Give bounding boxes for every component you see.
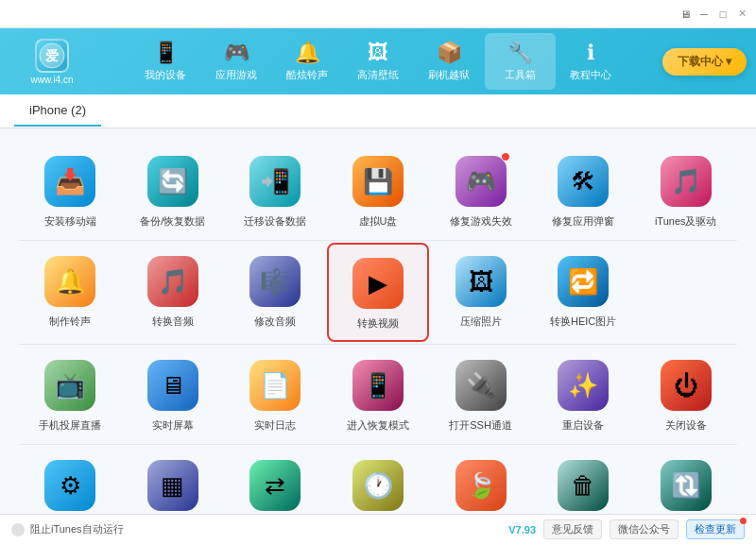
tool-migrate[interactable]: 📲迁移设备数据	[224, 143, 327, 238]
tool-realtime-screen[interactable]: 🖥实时屏幕	[122, 347, 225, 442]
tool-organize-desktop[interactable]: ▦整理设备桌面	[122, 447, 225, 514]
wechat-btn[interactable]: 微信公众号	[610, 519, 679, 539]
tool-convert-heic[interactable]: 🔁转换HEIC图片	[532, 243, 635, 342]
nav-label-my-device: 我的设备	[145, 68, 186, 82]
tool-update-ios[interactable]: ⚙屏蔽iOS更新	[19, 447, 122, 514]
divider-3	[19, 444, 737, 445]
tools-row-3: ⚙屏蔽iOS更新▦整理设备桌面⇄设备功能开关🕐删除顽固图标🍃扫除所有数据🗑清理设…	[19, 447, 737, 514]
tool-label-convert-heic: 转换HEIC图片	[550, 314, 616, 329]
nav-item-wallpaper[interactable]: 🖼高清壁纸	[343, 33, 414, 90]
tool-icon-recovery-mode: 📱	[352, 360, 404, 411]
nav-item-ringtone[interactable]: 🔔酷炫铃声	[272, 33, 343, 90]
window-controls: 🖥 ─ □ ✕	[679, 8, 748, 21]
tool-convert-video[interactable]: ▶转换视频	[327, 243, 430, 342]
nav-label-ringtone: 酷炫铃声	[286, 68, 328, 82]
tool-label-modify-audio: 修改音频	[254, 314, 296, 329]
tool-fix-apps[interactable]: 🛠修复应用弹窗	[532, 143, 635, 238]
tool-icon-compress-photo: 🖼	[455, 256, 507, 307]
tool-make-ringtone[interactable]: 🔔制作铃声	[19, 243, 122, 342]
tool-icon-remove-all-data: 🍃	[455, 460, 507, 511]
logo-url: www.i4.cn	[30, 75, 73, 85]
tool-icon-convert-heic: 🔁	[558, 256, 609, 307]
tool-icon-migrate: 📲	[249, 156, 301, 207]
tool-realtime-log[interactable]: 📄实时日志	[224, 347, 327, 442]
tool-icon-modify-audio: 🎼	[249, 256, 301, 307]
tool-label-realtime-screen: 实时屏幕	[152, 418, 194, 433]
tool-label-install-app: 安装移动端	[44, 214, 96, 229]
tool-icon-install-app: 📥	[44, 156, 95, 207]
tool-label-reboot: 重启设备	[562, 418, 604, 433]
main-content: 📥安装移动端🔄备份/恢复数据📲迁移设备数据💾虚拟U盘🎮修复游戏失效🛠修复应用弹窗…	[0, 128, 756, 514]
tool-remove-all-data[interactable]: 🍃扫除所有数据	[429, 447, 532, 514]
nav-icon-ringtone: 🔔	[295, 41, 320, 65]
tool-icon-fix-games: 🎮	[455, 156, 507, 207]
tool-icon-function-switch: ⇄	[249, 460, 301, 511]
nav-icon-tutorial: ℹ	[587, 41, 594, 65]
tool-icon-make-ringtone: 🔔	[44, 256, 95, 307]
nav-label-tools: 工具箱	[505, 68, 536, 82]
nav-icon-apps-games: 🎮	[224, 41, 249, 65]
tool-convert-audio[interactable]: 🎵转换音频	[122, 243, 225, 342]
tool-icon-realtime-log: 📄	[249, 360, 301, 411]
tools-row-1: 🔔制作铃声🎵转换音频🎼修改音频▶转换视频🖼压缩照片🔁转换HEIC图片	[19, 243, 737, 342]
tool-label-migrate: 迁移设备数据	[244, 214, 306, 229]
tool-delete-icons[interactable]: 🕐删除顽固图标	[327, 447, 430, 514]
nav-item-apps-games[interactable]: 🎮应用游戏	[201, 33, 272, 90]
tool-vdisk[interactable]: 💾虚拟U盘	[327, 143, 430, 238]
title-bar: 🖥 ─ □ ✕	[0, 0, 756, 28]
nav-label-wallpaper: 高清壁纸	[357, 68, 399, 82]
tool-function-switch[interactable]: ⇄设备功能开关	[224, 447, 327, 514]
itunes-label: 阻止iTunes自动运行	[30, 522, 124, 536]
monitor-icon[interactable]: 🖥	[679, 8, 692, 21]
tool-recovery-mode[interactable]: 📱进入恢复模式	[327, 347, 430, 442]
nav-label-tutorial: 教程中心	[570, 68, 611, 82]
nav-item-tutorial[interactable]: ℹ教程中心	[556, 33, 627, 90]
tool-icon-update-ios: ⚙	[44, 460, 95, 511]
tool-icon-reboot: ✨	[558, 360, 609, 411]
feedback-btn[interactable]: 意见反馈	[543, 519, 602, 539]
nav-item-my-device[interactable]: 📱我的设备	[130, 33, 201, 90]
nav-icon-jailbreak: 📦	[437, 41, 462, 65]
tool-screen-mirror[interactable]: 📺手机投屏直播	[19, 347, 122, 442]
tool-backup[interactable]: 🔄备份/恢复数据	[122, 143, 225, 238]
nav-label-jailbreak: 刷机越狱	[428, 68, 470, 82]
tool-label-backup: 备份/恢复数据	[140, 214, 205, 229]
tool-label-vdisk: 虚拟U盘	[359, 214, 398, 229]
status-indicator	[11, 523, 25, 536]
nav-item-jailbreak[interactable]: 📦刷机越狱	[414, 33, 485, 90]
tool-label-screen-mirror: 手机投屏直播	[39, 418, 101, 433]
tools-row-2: 📺手机投屏直播🖥实时屏幕📄实时日志📱进入恢复模式🔌打开SSH通道✨重启设备⏻关闭…	[19, 347, 737, 442]
tool-compress-photo[interactable]: 🖼压缩照片	[429, 243, 532, 342]
nav-icon-tools: 🔧	[507, 41, 533, 65]
tool-clean-device[interactable]: 🗑清理设备垃圾	[532, 447, 635, 514]
tool-ssh[interactable]: 🔌打开SSH通道	[429, 347, 532, 442]
tool-fix-games[interactable]: 🎮修复游戏失效	[429, 143, 532, 238]
tab-iphone[interactable]: iPhone (2)	[14, 95, 101, 127]
tool-reactivate[interactable]: 🔃反激活设备	[634, 447, 737, 514]
update-btn[interactable]: 检查更新	[686, 519, 745, 539]
nav-item-tools[interactable]: 🔧工具箱	[485, 33, 556, 90]
tool-label-realtime-log: 实时日志	[254, 418, 296, 433]
tool-modify-audio[interactable]: 🎼修改音频	[224, 243, 327, 342]
header: 爱 www.i4.cn 📱我的设备🎮应用游戏🔔酷炫铃声🖼高清壁纸📦刷机越狱🔧工具…	[0, 28, 756, 94]
tool-label-compress-photo: 压缩照片	[460, 314, 502, 329]
tool-label-fix-games: 修复游戏失效	[450, 214, 512, 229]
minimize-icon[interactable]: ─	[697, 8, 711, 21]
tool-icon-clean-device: 🗑	[558, 460, 609, 511]
maximize-icon[interactable]: □	[716, 8, 730, 21]
close-icon[interactable]: ✕	[735, 8, 748, 21]
status-right: V7.93 意见反馈 微信公众号 检查更新	[508, 519, 745, 539]
badge-fix-games	[501, 152, 510, 162]
logo-icon: 爱	[35, 39, 69, 73]
tool-reboot[interactable]: ✨重启设备	[532, 347, 635, 442]
tool-install-app[interactable]: 📥安装移动端	[19, 143, 122, 238]
tool-itunes-driver[interactable]: 🎵iTunes及驱动	[634, 143, 737, 238]
tool-icon-fix-apps: 🛠	[558, 156, 609, 207]
tool-shutdown[interactable]: ⏻关闭设备	[634, 347, 737, 442]
tool-icon-screen-mirror: 📺	[44, 360, 95, 411]
tool-label-make-ringtone: 制作铃声	[49, 314, 91, 329]
download-btn[interactable]: 下载中心 ▾	[662, 48, 747, 76]
tool-icon-delete-icons: 🕐	[352, 460, 404, 511]
tool-label-fix-apps: 修复应用弹窗	[552, 214, 614, 229]
tool-icon-ssh: 🔌	[455, 360, 507, 411]
